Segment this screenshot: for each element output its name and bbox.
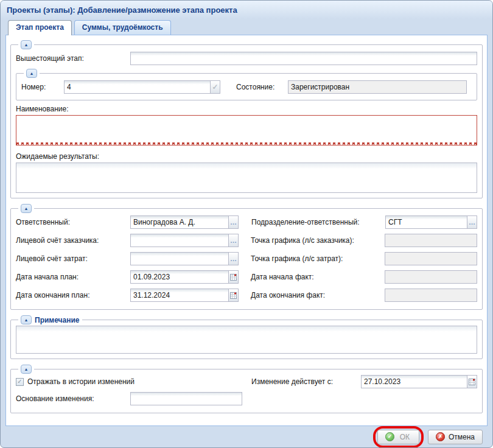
reason-row: Основание изменения: bbox=[16, 390, 477, 408]
customer-schedule-point-input bbox=[385, 234, 477, 247]
tab-panel-body: ▲ Вышестоящий этап: ▲ Номер: ✓ Состояние… bbox=[5, 35, 488, 426]
expected-results-label: Ожидаемые результаты: bbox=[16, 152, 477, 161]
check-icon: ✓ bbox=[212, 83, 218, 91]
end-fact-label: Дата окончания факт: bbox=[251, 291, 385, 299]
ellipsis-icon: … bbox=[469, 219, 475, 226]
cost-schedule-point-input bbox=[385, 252, 477, 265]
reason-label: Основание изменения: bbox=[16, 394, 130, 403]
fieldset-change-history: ▲ ✓ Отражать в истории изменений Изменен… bbox=[10, 365, 483, 413]
tab-sums[interactable]: Суммы, трудоёмкость bbox=[74, 20, 171, 35]
number-state-row: Номер: ✓ Состояние: bbox=[21, 78, 472, 96]
collapse-icon: ▲ bbox=[24, 318, 29, 322]
responsible-label: Ответственный: bbox=[16, 218, 130, 226]
cancel-cross-icon: ✗ bbox=[436, 432, 445, 441]
collapse-toggle-details[interactable]: ▲ bbox=[21, 204, 32, 213]
tab-stage-label: Этап проекта bbox=[16, 23, 64, 32]
fieldset-number-state: ▲ Номер: ✓ Состояние: bbox=[16, 69, 477, 100]
parent-stage-input[interactable] bbox=[130, 52, 477, 65]
history-row: ✓ Отражать в истории изменений Изменение… bbox=[16, 374, 477, 390]
state-label: Состояние: bbox=[236, 83, 288, 91]
footer-toolbar: ✓ ОК ✗ Отмена bbox=[1, 426, 492, 447]
cost-schedule-point-label: Точка графика (л/с затрат): bbox=[251, 254, 385, 263]
department-lookup-button[interactable]: … bbox=[467, 215, 477, 229]
cost-account-row: Лицевой счёт затрат: … Точка графика (л/… bbox=[16, 250, 477, 268]
customer-account-row: Лицевой счёт заказчика: … Точка графика … bbox=[16, 231, 477, 250]
state-input bbox=[288, 80, 467, 94]
collapse-icon: ▲ bbox=[24, 206, 29, 211]
parent-stage-label: Вышестоящий этап: bbox=[16, 54, 130, 63]
reason-input[interactable] bbox=[130, 392, 242, 405]
annotation-highlight: ✓ ОК bbox=[373, 426, 424, 448]
cost-account-label: Лицевой счёт затрат: bbox=[16, 254, 130, 263]
cancel-button[interactable]: ✗ Отмена bbox=[428, 430, 483, 444]
history-checkbox-label: Отражать в истории изменений bbox=[27, 377, 135, 386]
cost-account-lookup-button[interactable]: … bbox=[228, 252, 239, 265]
end-fact-input bbox=[385, 289, 477, 302]
fieldset-stage-info: ▲ Вышестоящий этап: ▲ Номер: ✓ Состояние… bbox=[10, 40, 483, 198]
start-plan-label: Дата начала план: bbox=[16, 273, 130, 281]
end-plan-label: Дата окончания план: bbox=[16, 291, 130, 299]
tab-sums-label: Суммы, трудоёмкость bbox=[82, 23, 163, 32]
responsible-input[interactable] bbox=[130, 215, 229, 229]
ok-button[interactable]: ✓ ОК bbox=[377, 430, 419, 444]
window-title: Проекты (этапы): Добавление/размножение … bbox=[1, 1, 492, 19]
start-date-row: Дата начала план: Дата начала факт: bbox=[16, 268, 477, 286]
start-plan-input[interactable] bbox=[130, 270, 229, 284]
customer-account-lookup-button[interactable]: … bbox=[228, 234, 239, 247]
end-date-row: Дата окончания план: Дата окончания факт… bbox=[16, 286, 477, 304]
responsible-row: Ответственный: … Подразделение-ответстве… bbox=[16, 213, 477, 231]
fieldset-details: ▲ Ответственный: … Подразделение-ответст… bbox=[10, 204, 483, 310]
calendar-icon bbox=[230, 292, 237, 299]
collapse-toggle-note[interactable]: ▲ bbox=[21, 315, 32, 324]
cost-account-input[interactable] bbox=[130, 252, 229, 265]
effective-from-date-trigger[interactable] bbox=[467, 375, 477, 388]
customer-schedule-point-label: Точка графика (л/с заказчика): bbox=[251, 236, 385, 245]
department-input[interactable] bbox=[385, 215, 467, 229]
checkbox-check-icon: ✓ bbox=[17, 379, 22, 385]
responsible-lookup-button[interactable]: … bbox=[228, 215, 239, 229]
collapse-toggle-number-state[interactable]: ▲ bbox=[26, 69, 37, 78]
customer-account-input[interactable] bbox=[130, 234, 229, 247]
ellipsis-icon: … bbox=[230, 237, 237, 244]
history-checkbox[interactable]: ✓ bbox=[16, 378, 24, 386]
start-fact-label: Дата начала факт: bbox=[251, 273, 385, 281]
name-textarea[interactable] bbox=[16, 115, 477, 145]
collapse-icon: ▲ bbox=[24, 367, 29, 371]
ellipsis-icon: … bbox=[230, 219, 237, 226]
collapse-icon: ▲ bbox=[30, 71, 34, 75]
department-label: Подразделение-ответственный: bbox=[251, 218, 385, 226]
ok-check-icon: ✓ bbox=[385, 432, 394, 441]
fieldset-note: ▲ Примечание bbox=[10, 315, 483, 359]
end-plan-date-trigger[interactable] bbox=[228, 289, 239, 302]
note-textarea[interactable] bbox=[16, 326, 477, 354]
start-fact-input bbox=[385, 270, 477, 284]
effective-from-label: Изменение действует с: bbox=[251, 377, 361, 386]
effective-from-input[interactable] bbox=[361, 375, 467, 388]
ellipsis-icon: … bbox=[230, 256, 237, 262]
start-plan-date-trigger[interactable] bbox=[228, 270, 239, 284]
collapse-icon: ▲ bbox=[24, 43, 29, 47]
number-default-trigger[interactable]: ✓ bbox=[210, 80, 220, 94]
ok-button-label: ОК bbox=[398, 433, 411, 441]
name-label: Наименование: bbox=[16, 105, 477, 113]
collapse-toggle-change-history[interactable]: ▲ bbox=[21, 365, 32, 374]
dialog-window: Проекты (этапы): Добавление/размножение … bbox=[0, 0, 493, 448]
note-legend-title: Примечание bbox=[35, 316, 80, 324]
parent-stage-row: Вышестоящий этап: bbox=[16, 49, 477, 68]
end-plan-input[interactable] bbox=[130, 289, 229, 302]
cancel-button-label: Отмена bbox=[449, 433, 475, 441]
collapse-toggle-stage-info[interactable]: ▲ bbox=[21, 40, 32, 49]
tab-stage[interactable]: Этап проекта bbox=[8, 20, 72, 35]
number-label: Номер: bbox=[21, 83, 64, 91]
customer-account-label: Лицевой счёт заказчика: bbox=[16, 236, 130, 245]
calendar-icon bbox=[230, 273, 237, 281]
expected-results-textarea[interactable] bbox=[16, 163, 477, 193]
number-input[interactable] bbox=[64, 80, 211, 94]
calendar-icon bbox=[469, 378, 475, 385]
tab-strip: Этап проекта Суммы, трудоёмкость bbox=[1, 19, 492, 35]
